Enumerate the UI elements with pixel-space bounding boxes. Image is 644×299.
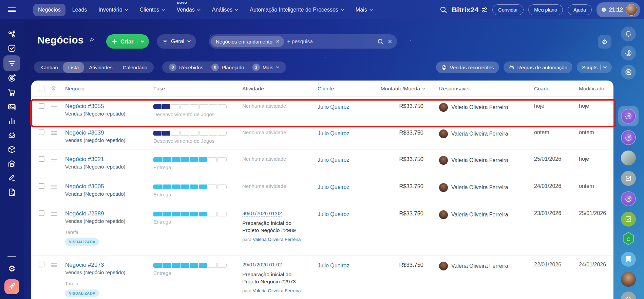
tab-lista[interactable]: Lista: [63, 62, 84, 73]
stage-progress-bar[interactable]: [153, 157, 227, 162]
row-checkbox[interactable]: [39, 129, 44, 135]
column-header-modified[interactable]: Modificado: [579, 86, 613, 92]
scripts-button[interactable]: Scripts: [577, 61, 612, 73]
documents-icon[interactable]: [4, 185, 20, 199]
view-settings-gear-icon[interactable]: ⚙: [598, 35, 611, 49]
client-link[interactable]: Julio Queiroz: [318, 103, 352, 111]
client-link[interactable]: Julio Queiroz: [318, 129, 352, 137]
table-row[interactable]: Negócio #3055 Vendas (Negócio repetido) …: [31, 97, 613, 123]
owner-name[interactable]: Valeria Oliveira Ferreira: [451, 184, 508, 191]
nav-clientes[interactable]: Clientes: [135, 4, 170, 16]
row-checkbox[interactable]: [39, 103, 44, 109]
owner-avatar[interactable]: [439, 129, 448, 138]
bookmark-app[interactable]: [621, 252, 636, 267]
client-link[interactable]: Julio Queiroz: [318, 183, 352, 191]
column-settings-gear-icon[interactable]: ⚙: [51, 85, 56, 92]
catalog-box-icon[interactable]: [4, 142, 20, 157]
stage-progress-bar[interactable]: [153, 131, 227, 136]
workspace-avatar[interactable]: [621, 151, 636, 165]
chevron-down-icon[interactable]: [141, 40, 144, 42]
tab-atividades[interactable]: Atividades: [84, 62, 117, 73]
analytics-icon[interactable]: [4, 114, 20, 128]
activity-date-link[interactable]: 29/01/2026 01:02: [242, 262, 282, 268]
row-checkbox[interactable]: [39, 210, 44, 216]
sales-icon[interactable]: [4, 85, 20, 100]
invite-button[interactable]: Convidar: [492, 4, 524, 15]
tab-calendario[interactable]: Calendário: [118, 62, 153, 73]
search-icon[interactable]: [440, 6, 447, 14]
nav-analises[interactable]: Análises: [207, 4, 243, 16]
counter-planejado[interactable]: 0 Planejado: [207, 64, 248, 71]
stage-progress-bar[interactable]: [153, 263, 227, 268]
my-plan-button[interactable]: Meu plano: [528, 4, 563, 15]
chevron-down-icon[interactable]: [603, 66, 607, 68]
deal-link[interactable]: Negócio #2989: [65, 210, 104, 217]
assignee-link[interactable]: Valeria Oliveira Ferreira: [253, 237, 301, 242]
column-header-created[interactable]: Criado: [534, 86, 579, 92]
clock-widget[interactable]: 21:12: [596, 2, 640, 17]
row-checkbox[interactable]: [39, 262, 44, 267]
marketing-icon[interactable]: [4, 71, 20, 85]
counter-mais[interactable]: 3 Mais: [248, 64, 284, 71]
stage-progress-bar[interactable]: [153, 104, 227, 109]
filter-preset-button[interactable]: Geral: [157, 34, 196, 49]
spiral-app[interactable]: [621, 130, 636, 145]
collab-icon[interactable]: [4, 27, 20, 41]
hexagon-c-app[interactable]: C: [621, 231, 636, 246]
nav-negocios[interactable]: Negócios: [33, 4, 65, 16]
spiral-app[interactable]: [621, 191, 636, 206]
column-header-deal[interactable]: Negócio: [65, 86, 153, 92]
drag-handle-icon[interactable]: [51, 131, 57, 135]
rail-resize-handle[interactable]: [7, 256, 16, 257]
client-link[interactable]: Julio Queiroz: [318, 262, 352, 269]
nav-mais[interactable]: Mais: [351, 4, 378, 16]
column-header-stage[interactable]: Fase: [153, 86, 242, 92]
deal-link[interactable]: Negócio #3055: [65, 103, 104, 110]
client-link[interactable]: Julio Queiroz: [318, 210, 352, 218]
owner-name[interactable]: Valeria Oliveira Ferreira: [451, 131, 508, 137]
stage-progress-bar[interactable]: [153, 212, 227, 216]
row-checkbox[interactable]: [39, 156, 44, 162]
settings-gear-icon[interactable]: ⚙: [4, 262, 20, 276]
owner-avatar[interactable]: [439, 156, 448, 165]
client-link[interactable]: Julio Queiroz: [318, 156, 352, 164]
nav-inventario[interactable]: Inventário: [94, 4, 133, 16]
tab-kanban[interactable]: Kanban: [35, 62, 63, 73]
messenger-icon[interactable]: [621, 65, 636, 80]
deal-link[interactable]: Negócio #3021: [65, 156, 104, 163]
search-icon[interactable]: [377, 38, 384, 45]
owner-avatar[interactable]: [439, 210, 448, 219]
table-row[interactable]: Negócio #2989 Vendas (Negócio repetido) …: [31, 204, 613, 256]
column-header-amount[interactable]: Montante/Moeda: [365, 86, 425, 92]
check-app-muted[interactable]: [621, 171, 636, 186]
stage-progress-bar[interactable]: [153, 184, 227, 189]
drag-handle-icon[interactable]: [51, 158, 57, 161]
table-row[interactable]: Negócio #3005 Vendas (Negócio repetido) …: [31, 177, 613, 204]
table-row[interactable]: Negócio #2973 Vendas (Negócio repetido) …: [31, 256, 613, 299]
owner-avatar[interactable]: [439, 183, 448, 192]
table-row[interactable]: Negócio #3039 Vendas (Negócio repetido) …: [31, 123, 613, 150]
bell-icon[interactable]: [621, 27, 636, 41]
person-avatar[interactable]: [621, 272, 636, 287]
owner-name[interactable]: Valeria Oliveira Ferreira: [451, 212, 508, 218]
column-header-owner[interactable]: Responsável: [425, 86, 534, 92]
contact-card-icon[interactable]: [4, 100, 20, 114]
table-row[interactable]: Negócio #3021 Vendas (Negócio repetido) …: [31, 150, 613, 177]
o-app[interactable]: O: [621, 292, 636, 299]
drag-handle-icon[interactable]: [51, 212, 57, 216]
search-filter-bar[interactable]: Negócios em andamento ✕ + pesquisa ✕: [209, 34, 397, 49]
spiral-app-selected[interactable]: [621, 109, 636, 124]
drag-handle-icon[interactable]: [51, 105, 57, 108]
owner-name[interactable]: Valeria Oliveira Ferreira: [451, 104, 508, 110]
chip-remove-icon[interactable]: ✕: [276, 39, 280, 44]
assignee-link[interactable]: Valeria Oliveira Ferreira: [253, 288, 301, 293]
drag-handle-icon[interactable]: [51, 185, 57, 189]
crm-icon[interactable]: [3, 55, 20, 71]
deal-link[interactable]: Negócio #3039: [65, 129, 104, 136]
filter-chip[interactable]: Negócios em andamento ✕: [211, 36, 284, 47]
nav-vendas[interactable]: NOVO Vendas: [172, 4, 205, 16]
copilot-spiral-icon[interactable]: [621, 46, 636, 60]
tasks-icon[interactable]: [4, 41, 20, 55]
owner-avatar[interactable]: [439, 262, 448, 270]
check-app-green[interactable]: [621, 212, 636, 227]
